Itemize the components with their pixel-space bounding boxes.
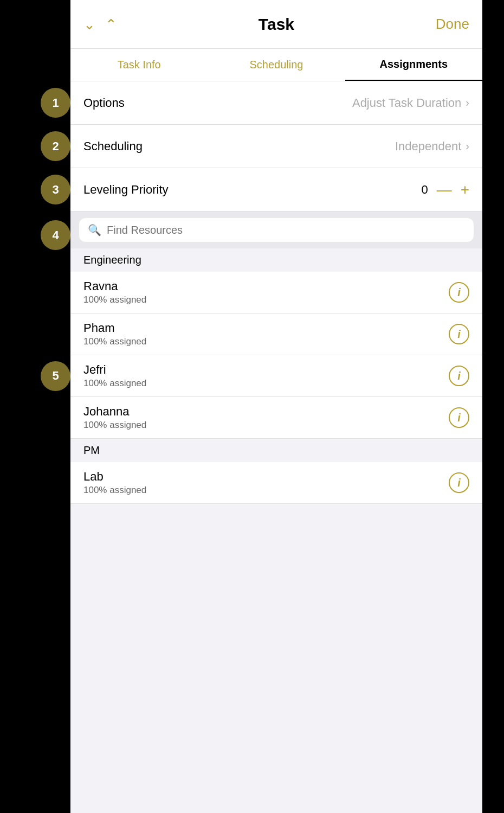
options-value: Adjust Task Duration › (352, 96, 469, 110)
nav-down-button[interactable]: ⌄ (83, 17, 95, 31)
resource-row-johanna: Johanna 100% assigned i (70, 397, 482, 439)
tab-task-info[interactable]: Task Info (70, 49, 208, 81)
resource-name-jefri: Jefri (83, 363, 449, 377)
search-section: 4 🔍 (70, 212, 482, 248)
tab-assignments[interactable]: Assignments (345, 49, 482, 81)
resource-row-ravna: Ravna 100% assigned i (70, 272, 482, 313)
info-button-lab[interactable]: i (449, 472, 469, 493)
resource-row-jefri: 5 Jefri 100% assigned i (70, 355, 482, 397)
badge-2: 2 (41, 131, 70, 161)
resource-row-pham: Pham 100% assigned i (70, 313, 482, 355)
options-chevron-icon: › (466, 97, 469, 109)
app-container: ⌄ ⌃ Task Done Task Info Scheduling Assig… (70, 0, 482, 813)
resource-info-lab: Lab 100% assigned (83, 470, 449, 496)
bottom-empty-area (70, 504, 482, 656)
badge-3: 3 (41, 175, 70, 204)
engineering-group: Engineering Ravna 100% assigned i Pham 1… (70, 248, 482, 439)
resource-info-ravna: Ravna 100% assigned (83, 279, 449, 305)
scheduling-chevron-icon: › (466, 140, 469, 152)
done-button[interactable]: Done (436, 16, 469, 33)
scheduling-label: Scheduling (83, 139, 143, 153)
search-input[interactable] (107, 224, 465, 236)
badge-4: 4 (41, 220, 70, 250)
leveling-priority-label: Leveling Priority (83, 183, 169, 197)
priority-value: 0 (421, 183, 428, 197)
info-button-pham[interactable]: i (449, 324, 469, 344)
pm-group-header: PM (70, 439, 482, 462)
resource-name-lab: Lab (83, 470, 449, 484)
header: ⌄ ⌃ Task Done (70, 0, 482, 49)
nav-up-button[interactable]: ⌃ (105, 17, 117, 31)
priority-decrease-button[interactable]: — (437, 182, 452, 197)
tabs-bar: Task Info Scheduling Assignments (70, 49, 482, 81)
resource-name-pham: Pham (83, 321, 449, 335)
lab-group: Lab 100% assigned i (70, 462, 482, 504)
resource-row-lab: Lab 100% assigned i (70, 462, 482, 504)
resource-name-ravna: Ravna (83, 279, 449, 293)
resource-assigned-pham: 100% assigned (83, 336, 449, 347)
search-bar[interactable]: 🔍 (79, 218, 474, 242)
info-button-jefri[interactable]: i (449, 366, 469, 386)
resource-info-johanna: Johanna 100% assigned (83, 405, 449, 431)
badge-1: 1 (41, 88, 70, 118)
resource-assigned-ravna: 100% assigned (83, 295, 449, 305)
engineering-group-header: Engineering (70, 248, 482, 272)
resource-name-johanna: Johanna (83, 405, 449, 419)
resource-info-pham: Pham 100% assigned (83, 321, 449, 347)
options-label: Options (83, 96, 125, 110)
resource-info-jefri: Jefri 100% assigned (83, 363, 449, 389)
info-button-ravna[interactable]: i (449, 282, 469, 303)
scheduling-value: Independent › (395, 139, 469, 153)
search-icon: 🔍 (88, 223, 101, 236)
pm-group: PM (70, 439, 482, 462)
leveling-priority-row: 3 Leveling Priority 0 — + (70, 168, 482, 212)
page-title: Task (259, 15, 294, 34)
priority-controls: 0 — + (421, 182, 469, 197)
resource-assigned-johanna: 100% assigned (83, 420, 449, 431)
scheduling-row[interactable]: 2 Scheduling Independent › (70, 125, 482, 168)
priority-increase-button[interactable]: + (461, 182, 469, 197)
badge-5: 5 (41, 361, 70, 391)
options-row[interactable]: 1 Options Adjust Task Duration › (70, 81, 482, 125)
info-button-johanna[interactable]: i (449, 407, 469, 428)
resource-assigned-lab: 100% assigned (83, 485, 449, 496)
resource-assigned-jefri: 100% assigned (83, 378, 449, 389)
tab-scheduling[interactable]: Scheduling (208, 49, 345, 81)
header-nav: ⌄ ⌃ (83, 17, 117, 31)
